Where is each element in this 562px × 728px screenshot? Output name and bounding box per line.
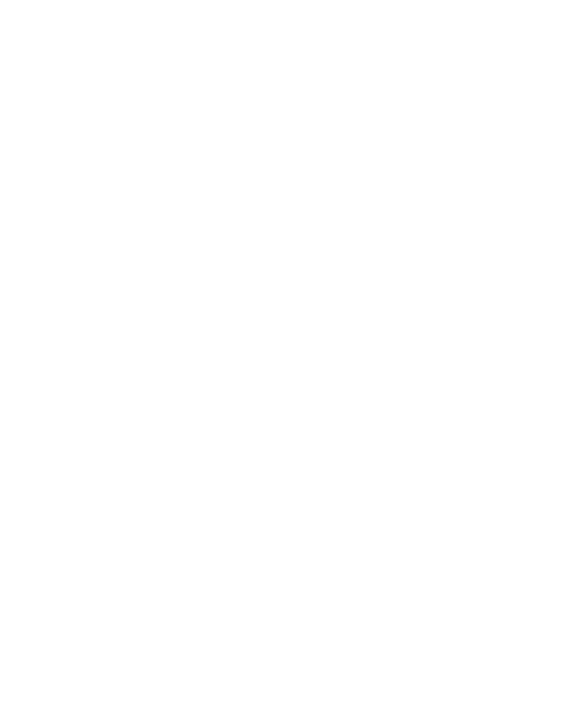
toc-content <box>0 0 562 67</box>
